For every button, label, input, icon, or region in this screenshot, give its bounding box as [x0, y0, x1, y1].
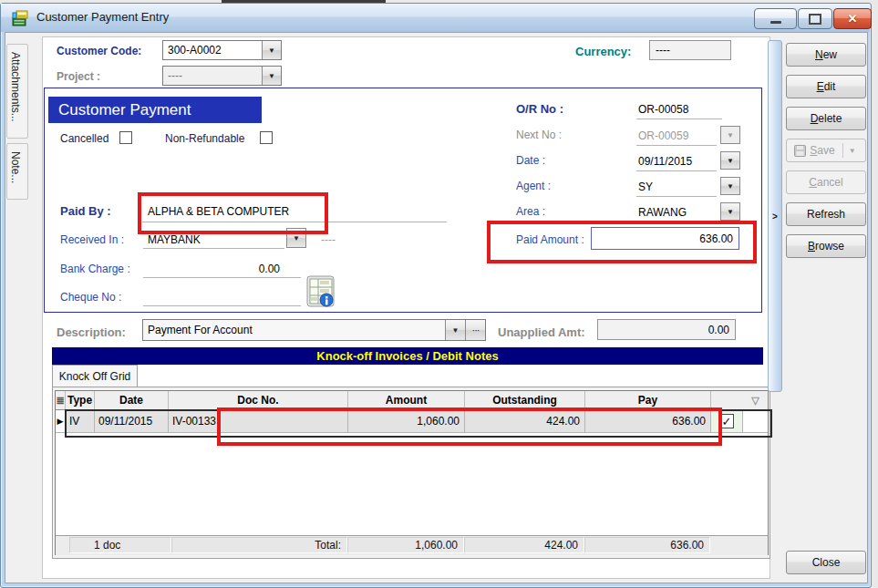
row-indicator-icon: ▶	[56, 410, 66, 433]
agent-underline	[636, 196, 717, 197]
annotation-box-paid-amount	[487, 221, 757, 263]
cancelled-label: Cancelled	[60, 132, 108, 145]
window-title: Customer Payment Entry	[36, 10, 169, 24]
cell-date[interactable]: 09/11/2015	[95, 410, 169, 433]
agent-value: SY	[638, 181, 653, 193]
filter-icon[interactable]: ▽	[743, 391, 768, 410]
note-tab[interactable]: Note...	[6, 143, 28, 200]
area-label: Area :	[516, 205, 545, 218]
grid-customize-icon[interactable]: ≣	[56, 391, 66, 410]
bank-charge-value[interactable]: 0.00	[143, 263, 280, 275]
description-combobox[interactable]: Payment For Account ▼ ···	[142, 319, 486, 341]
cheque-no-label: Cheque No :	[60, 291, 121, 304]
description-dropdown-icon[interactable]: ▼	[445, 320, 465, 340]
or-no-underline	[636, 119, 722, 119]
footer-total-amount: 1,060.00	[347, 537, 464, 553]
description-ellipsis-button[interactable]: ···	[465, 320, 485, 340]
close-icon: ✕	[848, 12, 858, 26]
non-refundable-label: Non-Refundable	[165, 132, 244, 145]
attachments-tab[interactable]: Attachments...	[6, 44, 28, 139]
knockoff-grid-tab[interactable]: Knock Off Grid	[52, 365, 138, 387]
splitter-arrow-icon: >	[772, 211, 778, 222]
or-no-label: O/R No :	[516, 102, 563, 116]
knockoff-banner: Knock-off Invoices / Debit Notes	[52, 347, 763, 365]
next-no-dropdown-button[interactable]: ▼	[720, 126, 740, 144]
project-dropdown-icon[interactable]: ▼	[262, 67, 281, 85]
paid-by-label: Paid By :	[60, 204, 111, 218]
received-in-underline	[143, 248, 284, 249]
unapplied-amt-field: 0.00	[597, 319, 736, 340]
annotation-box-paid-by	[138, 192, 328, 234]
maximize-button[interactable]	[798, 8, 832, 29]
browse-button[interactable]: Browse	[786, 234, 866, 258]
minimize-icon	[770, 21, 781, 24]
description-label: Description:	[57, 325, 126, 339]
edit-button[interactable]: Edit	[786, 75, 866, 98]
bank-charge-label: Bank Charge :	[60, 263, 130, 275]
area-dropdown-button[interactable]: ▼	[720, 202, 740, 221]
annotation-box-invoice-row	[217, 407, 722, 446]
project-value: ----	[163, 69, 262, 82]
save-dropdown-icon[interactable]: ▼	[847, 147, 858, 155]
cell-filler	[743, 410, 768, 433]
cancel-button[interactable]: Cancel	[786, 170, 866, 194]
collapse-splitter[interactable]: >	[768, 40, 782, 392]
agent-dropdown-button[interactable]: ▼	[720, 177, 740, 195]
close-window-button[interactable]: ✕	[833, 8, 872, 29]
received-in-currency-text: ----	[321, 233, 336, 246]
cell-type[interactable]: IV	[66, 410, 95, 433]
agent-label: Agent :	[516, 180, 551, 192]
minimize-button[interactable]	[754, 8, 797, 29]
customer-code-label: Customer Code:	[57, 45, 141, 57]
next-no-underline	[636, 145, 717, 146]
screen: Customer Payment Entry ✕ Attachments... …	[0, 0, 878, 588]
unapplied-amt-label: Unapplied Amt:	[498, 325, 585, 339]
cancelled-checkbox[interactable]	[119, 131, 132, 144]
project-combobox[interactable]: ---- ▼	[162, 66, 282, 86]
maximize-icon	[809, 14, 821, 25]
customer-code-dropdown-icon[interactable]: ▼	[262, 41, 281, 59]
currency-label: Currency:	[575, 45, 631, 58]
footer-total-outstanding: 424.00	[464, 537, 584, 553]
delete-button[interactable]: Delete	[786, 107, 866, 130]
or-no-value: OR-00058	[638, 103, 688, 116]
save-button[interactable]: Save ▼	[786, 139, 866, 162]
app-icon	[12, 8, 31, 27]
column-header-type[interactable]: Type	[66, 391, 95, 410]
footer-doc-count: 1 doc	[69, 537, 171, 553]
date-underline	[636, 170, 717, 171]
footer-total-pay: 636.00	[584, 537, 710, 553]
new-button[interactable]: New	[786, 43, 866, 67]
currency-field: ----	[649, 40, 731, 60]
bank-charge-underline	[143, 277, 301, 278]
save-label: Save	[810, 144, 834, 157]
next-no-label: Next No :	[516, 129, 562, 141]
date-dropdown-button[interactable]: ▼	[720, 151, 740, 170]
description-value: Payment For Account	[143, 324, 445, 336]
footer-total-label: Total:	[171, 537, 347, 553]
next-no-value: OR-00059	[638, 129, 688, 142]
area-value: RAWANG	[638, 206, 687, 219]
cheque-no-underline	[143, 305, 301, 306]
customer-code-combobox[interactable]: 300-A0002 ▼	[162, 40, 282, 60]
date-value: 09/11/2015	[638, 155, 692, 168]
close-button[interactable]: Close	[786, 551, 866, 574]
received-in-label: Received In :	[60, 233, 124, 246]
column-header-date[interactable]: Date	[95, 391, 169, 410]
date-label: Date :	[516, 154, 545, 167]
received-in-value[interactable]: MAYBANK	[148, 233, 201, 246]
payment-panel-title: Customer Payment	[48, 97, 262, 123]
save-icon	[794, 145, 806, 157]
save-split-divider	[842, 143, 843, 158]
project-label: Project :	[57, 70, 100, 83]
refresh-button[interactable]: Refresh	[786, 202, 866, 226]
payment-detail-icon[interactable]	[306, 275, 336, 308]
customer-code-value: 300-A0002	[163, 44, 262, 57]
non-refundable-checkbox[interactable]	[260, 131, 273, 144]
